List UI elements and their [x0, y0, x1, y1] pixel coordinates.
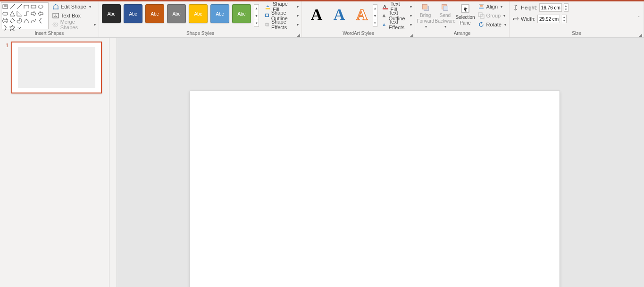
gallery-down-icon[interactable]: ▼: [373, 12, 377, 20]
wordart-preset-1[interactable]: A: [309, 5, 325, 24]
group-label: Size: [572, 31, 581, 36]
height-label: Height:: [521, 5, 537, 10]
gallery-down-icon[interactable]: ▼: [254, 12, 259, 20]
shape-rect-icon[interactable]: [30, 3, 37, 10]
text-box-label: Text Box: [61, 13, 81, 18]
shape-arc-icon[interactable]: [23, 17, 30, 24]
text-effects-label: Text Effects: [389, 19, 407, 30]
spin-up-icon[interactable]: ▲: [564, 4, 568, 8]
edit-shape-icon: [52, 3, 59, 10]
spin-up-icon[interactable]: ▲: [562, 15, 566, 19]
svg-point-18: [55, 4, 56, 5]
selection-pane-label: Selection Pane: [455, 15, 475, 26]
rotate-button[interactable]: Rotate▾: [476, 20, 508, 29]
shapes-gallery[interactable]: [1, 2, 49, 29]
style-swatch-2[interactable]: Abc: [124, 4, 142, 23]
group-wordart-styles: A A A ▲ ▼ ▾ A Text Fill▾ A Text Outline▾: [302, 1, 415, 37]
width-spinner[interactable]: ▲▼: [562, 15, 567, 23]
edit-shape-button[interactable]: Edit Shape▾: [50, 2, 98, 11]
shape-oval-icon[interactable]: [37, 3, 44, 10]
shape-arrow-lr-icon[interactable]: [2, 17, 8, 24]
text-effects-icon: A: [382, 21, 387, 28]
shape-roundrect-icon[interactable]: [2, 10, 8, 17]
shape-star-icon[interactable]: [9, 25, 16, 31]
vertical-ruler: [109, 38, 117, 287]
wordart-gallery[interactable]: A A A: [303, 2, 373, 24]
svg-marker-12: [2, 18, 8, 23]
slide-canvas[interactable]: [190, 91, 560, 287]
slide-thumbnail-1[interactable]: [11, 42, 102, 93]
shape-connector-icon[interactable]: [23, 3, 30, 10]
group-button[interactable]: Group▾: [476, 11, 508, 20]
width-icon: [512, 16, 519, 22]
svg-rect-28: [383, 8, 388, 9]
send-backward-button[interactable]: Send Backward▾: [435, 2, 456, 30]
shape-arrow-r-icon[interactable]: [30, 10, 37, 17]
dialog-launcher-icon[interactable]: ◢: [638, 33, 643, 37]
dialog-launcher-icon[interactable]: ◢: [409, 33, 414, 37]
gallery-scroll[interactable]: ▲ ▼ ▾: [254, 4, 259, 27]
merge-shapes-icon: [52, 21, 59, 28]
slide-editor[interactable]: [109, 38, 644, 287]
height-spinner[interactable]: ▲▼: [564, 3, 569, 12]
shape-rtriangle-icon[interactable]: [16, 10, 23, 17]
wordart-preset-3[interactable]: A: [354, 5, 370, 24]
style-swatch-4[interactable]: Abc: [167, 4, 186, 23]
group-label: Shape Styles: [186, 31, 214, 36]
spin-down-icon[interactable]: ▼: [564, 8, 568, 11]
text-box-icon: A: [52, 12, 59, 19]
selection-pane-button[interactable]: Selection Pane: [455, 2, 475, 30]
gallery-more-icon[interactable]: ▾: [254, 19, 259, 26]
group-icon: [478, 12, 485, 19]
gallery-up-icon[interactable]: ▲: [254, 5, 259, 12]
svg-marker-11: [38, 11, 43, 16]
shape-triangle-icon[interactable]: [9, 10, 16, 17]
style-swatch-5[interactable]: Abc: [189, 4, 208, 23]
style-swatch-1[interactable]: Abc: [102, 4, 121, 23]
svg-point-6: [38, 5, 43, 8]
shape-more-icon[interactable]: [16, 25, 23, 31]
svg-rect-34: [443, 6, 448, 11]
shape-pie-icon[interactable]: [16, 17, 23, 24]
align-button[interactable]: Align▾: [476, 2, 508, 11]
group-size: Height: ▲▼ Width: ▲▼ Size ◢ ˆ: [510, 1, 644, 37]
svg-text:A: A: [54, 14, 57, 18]
text-effects-button[interactable]: A Text Effects▾: [380, 20, 414, 29]
svg-rect-32: [422, 4, 427, 9]
gallery-up-icon[interactable]: ▲: [373, 5, 377, 12]
svg-rect-39: [479, 8, 484, 9]
shape-curve-icon[interactable]: [30, 17, 37, 24]
shape-brace-l-icon[interactable]: [37, 17, 44, 24]
selection-pane-icon: [460, 3, 470, 14]
bring-forward-button[interactable]: Bring Forward▾: [416, 2, 435, 30]
svg-marker-14: [9, 25, 15, 31]
shape-line2-icon[interactable]: [16, 3, 23, 10]
shape-diamond-icon[interactable]: [9, 17, 16, 24]
style-swatch-7[interactable]: Abc: [232, 4, 251, 23]
svg-rect-5: [31, 5, 36, 8]
dialog-launcher-icon[interactable]: ◢: [296, 33, 301, 37]
text-fill-icon: A: [382, 3, 388, 10]
shape-line-icon[interactable]: [9, 3, 16, 10]
style-swatch-3[interactable]: Abc: [145, 4, 164, 23]
ribbon-collapse-icon[interactable]: ˆ: [636, 16, 642, 21]
height-input[interactable]: [539, 3, 562, 12]
spin-down-icon[interactable]: ▼: [562, 19, 566, 23]
shape-style-gallery[interactable]: Abc Abc Abc Abc Abc Abc Abc: [100, 2, 252, 23]
style-swatch-6[interactable]: Abc: [210, 4, 229, 23]
wordart-preset-2[interactable]: A: [331, 5, 347, 24]
shape-effects-button[interactable]: Shape Effects▾: [263, 20, 301, 29]
shape-fill-icon: [265, 3, 271, 10]
shape-brace-r-icon[interactable]: [2, 25, 8, 31]
group-label: Insert Shapes: [0, 31, 99, 37]
shape-elbow-icon[interactable]: [23, 10, 30, 17]
merge-shapes-label: Merge Shapes: [60, 19, 91, 30]
merge-shapes-button[interactable]: Merge Shapes▾: [50, 20, 98, 29]
shape-effects-icon: [265, 21, 269, 28]
shape-arrow-l-icon[interactable]: [37, 10, 44, 17]
group-shape-styles: Abc Abc Abc Abc Abc Abc Abc ▲ ▼ ▾ Shape …: [99, 1, 302, 37]
width-input[interactable]: [537, 15, 560, 23]
gallery-scroll[interactable]: ▲ ▼ ▾: [373, 4, 377, 27]
shape-textbox-icon[interactable]: [2, 3, 8, 10]
gallery-more-icon[interactable]: ▾: [373, 19, 377, 26]
